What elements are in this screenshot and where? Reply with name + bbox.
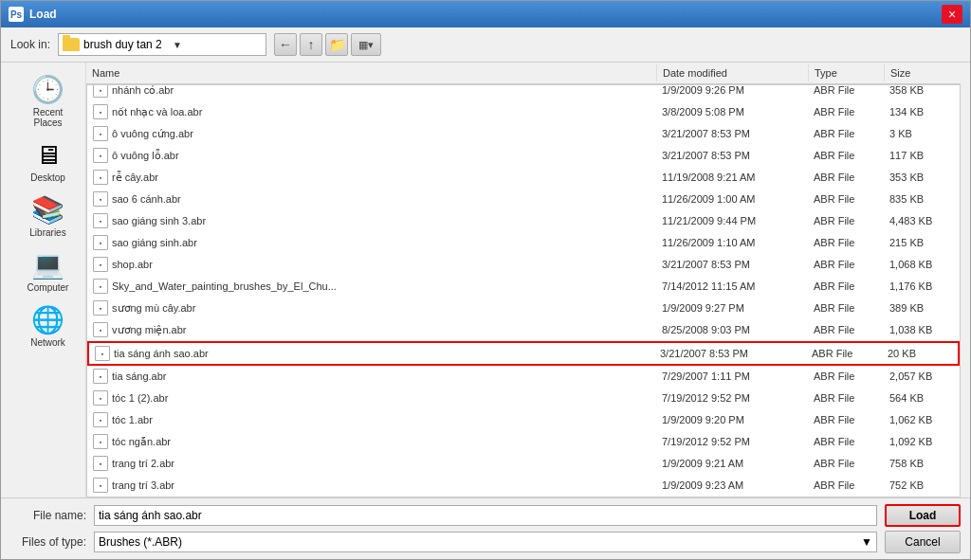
- files-of-type-combo[interactable]: Brushes (*.ABR) ▼: [94, 532, 877, 552]
- col-size[interactable]: Size: [885, 64, 961, 81]
- file-type-cell: ABR File: [808, 211, 884, 230]
- file-type-cell: ABR File: [808, 277, 884, 296]
- new-folder-button[interactable]: 📁: [325, 33, 348, 56]
- sidebar-item-network[interactable]: 🌐 Network: [15, 300, 82, 352]
- table-row[interactable]: ▪rễ cây.abr11/19/2008 9:21 AMABR File353…: [87, 167, 960, 189]
- title-bar-left: Ps Load: [9, 7, 57, 22]
- table-row[interactable]: ▪tóc ngắn.abr7/19/2012 9:52 PMABR File1,…: [87, 431, 960, 453]
- file-name-cell: ▪nhánh cỏ.abr: [87, 84, 656, 99]
- file-name-cell: ▪sao giáng sinh.abr: [87, 233, 656, 252]
- ps-icon: Ps: [9, 7, 24, 22]
- file-name-cell: ▪rễ cây.abr: [87, 168, 656, 187]
- file-type-cell: ABR File: [808, 190, 884, 208]
- file-type-cell: ABR File: [808, 454, 884, 473]
- cancel-button[interactable]: Cancel: [885, 531, 961, 553]
- file-size-cell: 353 KB: [884, 168, 960, 187]
- file-size-cell: 4,483 KB: [884, 211, 960, 230]
- load-dialog: Ps Load × Look in: brush duy tan 2 ▼ ← ↑…: [0, 0, 971, 560]
- file-size-cell: 564 KB: [884, 388, 960, 407]
- file-date-cell: 3/21/2007 8:53 PM: [656, 124, 808, 143]
- sidebar-item-desktop[interactable]: 🖥 Desktop: [15, 135, 82, 187]
- file-date-cell: 1/9/2009 9:27 PM: [656, 298, 808, 317]
- network-icon: 🌐: [31, 304, 64, 335]
- file-date-cell: 3/8/2009 5:08 PM: [656, 102, 808, 121]
- file-date-cell: 1/9/2009 9:20 PM: [656, 410, 808, 429]
- close-button[interactable]: ×: [942, 5, 962, 24]
- table-row[interactable]: ▪Sky_and_Water_painting_brushes_by_El_Ch…: [87, 276, 960, 298]
- table-row[interactable]: ▪tóc 1.abr1/9/2009 9:20 PMABR File1,062 …: [87, 409, 960, 431]
- abr-file-icon: ▪: [93, 434, 108, 449]
- file-type-cell: ABR File: [808, 84, 884, 99]
- abr-file-icon: ▪: [93, 170, 108, 185]
- libraries-icon: 📚: [31, 194, 64, 226]
- table-row[interactable]: ▪ô vuông lỗ.abr3/21/2007 8:53 PMABR File…: [87, 145, 960, 167]
- abr-file-icon: ▪: [93, 300, 108, 316]
- file-date-cell: 1/9/2009 9:23 AM: [656, 476, 808, 495]
- file-size-cell: 215 KB: [884, 233, 960, 252]
- nav-buttons: ← ↑ 📁 ▦▾: [274, 33, 381, 56]
- file-list-body[interactable]: ▪loa music.abr12/31/2008 11:41 ...ABR Fi…: [86, 84, 961, 497]
- abr-file-icon: ▪: [93, 126, 108, 141]
- look-in-label: Look in:: [10, 38, 50, 51]
- file-size-cell: 117 KB: [884, 146, 960, 165]
- table-row[interactable]: ▪shop.abr3/21/2007 8:53 PMABR File1,068 …: [87, 254, 960, 276]
- file-name-input[interactable]: [94, 505, 877, 526]
- file-name-cell: ▪tóc 1 (2).abr: [87, 388, 656, 407]
- dialog-title: Load: [29, 8, 57, 21]
- file-name-cell: ▪sao 6 cánh.abr: [87, 190, 656, 208]
- file-type-cell: ABR File: [808, 124, 884, 143]
- col-date[interactable]: Date modified: [657, 64, 809, 81]
- file-date-cell: 11/21/2009 9:44 PM: [656, 211, 808, 230]
- sidebar-item-libraries[interactable]: 📚 Libraries: [15, 190, 82, 242]
- file-size-cell: 1,092 KB: [884, 432, 960, 451]
- sidebar-item-computer[interactable]: 💻 Computer: [15, 245, 82, 297]
- recent-places-icon: 🕒: [31, 74, 64, 105]
- back-button[interactable]: ←: [274, 33, 297, 56]
- table-row[interactable]: ▪trang trí 2.abr1/9/2009 9:21 AMABR File…: [87, 453, 960, 475]
- file-type-cell: ABR File: [808, 102, 884, 121]
- file-type-cell: ABR File: [808, 233, 884, 252]
- file-name-cell: ▪trang trí 3.abr: [87, 476, 656, 495]
- file-name-cell: ▪tóc ngắn.abr: [87, 432, 656, 451]
- table-row[interactable]: ▪trang trí 3.abr1/9/2009 9:23 AMABR File…: [87, 475, 960, 497]
- main-area: 🕒 Recent Places 🖥 Desktop 📚 Libraries 💻 …: [1, 62, 970, 497]
- sidebar-item-recent-places[interactable]: 🕒 Recent Places: [15, 70, 82, 132]
- file-size-cell: 2,057 KB: [884, 367, 960, 386]
- abr-file-icon: ▪: [93, 478, 108, 493]
- file-name-cell: ▪vương miện.abr: [87, 320, 656, 339]
- table-row[interactable]: ▪sương mù cây.abr1/9/2009 9:27 PMABR Fil…: [87, 298, 960, 319]
- table-row[interactable]: ▪tóc 1 (2).abr7/19/2012 9:52 PMABR File5…: [87, 388, 960, 409]
- file-size-cell: 134 KB: [884, 102, 960, 121]
- col-type[interactable]: Type: [809, 64, 885, 81]
- abr-file-icon: ▪: [93, 279, 108, 294]
- abr-file-icon: ▪: [93, 456, 108, 471]
- file-date-cell: 1/9/2009 9:26 PM: [656, 84, 808, 99]
- file-date-cell: 7/19/2012 9:52 PM: [656, 388, 808, 407]
- file-date-cell: 3/21/2007 8:53 PM: [656, 255, 808, 274]
- table-row[interactable]: ▪tia sáng ánh sao.abr3/21/2007 8:53 PMAB…: [87, 341, 960, 366]
- file-date-cell: 3/21/2007 8:53 PM: [654, 344, 806, 363]
- view-button[interactable]: ▦▾: [351, 33, 381, 56]
- abr-file-icon: ▪: [93, 104, 108, 119]
- file-type-cell: ABR File: [808, 410, 884, 429]
- table-row[interactable]: ▪sao 6 cánh.abr11/26/2009 1:00 AMABR Fil…: [87, 189, 960, 210]
- table-row[interactable]: ▪tia sáng.abr7/29/2007 1:11 PMABR File2,…: [87, 366, 960, 388]
- file-date-cell: 11/26/2009 1:00 AM: [656, 190, 808, 208]
- sidebar-item-label: Network: [30, 337, 65, 348]
- file-name-cell: ▪sương mù cây.abr: [87, 298, 656, 317]
- table-row[interactable]: ▪nhánh cỏ.abr1/9/2009 9:26 PMABR File358…: [87, 84, 960, 101]
- file-name-cell: ▪shop.abr: [87, 255, 656, 274]
- abr-file-icon: ▪: [93, 213, 108, 228]
- file-type-cell: ABR File: [808, 367, 884, 386]
- title-bar: Ps Load ×: [1, 1, 970, 27]
- load-button[interactable]: Load: [885, 504, 961, 527]
- look-in-combo[interactable]: brush duy tan 2 ▼: [58, 33, 266, 56]
- up-folder-button[interactable]: ↑: [300, 33, 322, 56]
- col-name[interactable]: Name: [86, 64, 657, 81]
- table-row[interactable]: ▪sao giáng sinh.abr11/26/2009 1:10 AMABR…: [87, 232, 960, 254]
- table-row[interactable]: ▪sao giáng sinh 3.abr11/21/2009 9:44 PMA…: [87, 210, 960, 232]
- table-row[interactable]: ▪ô vuông cứng.abr3/21/2007 8:53 PMABR Fi…: [87, 123, 960, 145]
- file-size-cell: 1,062 KB: [884, 410, 960, 429]
- table-row[interactable]: ▪nốt nhạc và loa.abr3/8/2009 5:08 PMABR …: [87, 101, 960, 123]
- table-row[interactable]: ▪vương miện.abr8/25/2008 9:03 PMABR File…: [87, 319, 960, 341]
